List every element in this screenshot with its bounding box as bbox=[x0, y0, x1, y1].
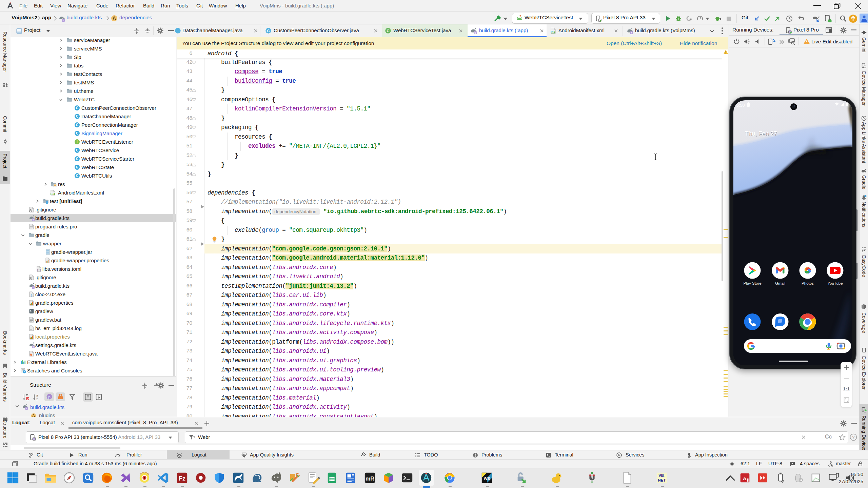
svg-text:WS: WS bbox=[484, 476, 490, 481]
svg-text:C: C bbox=[76, 148, 78, 152]
svg-text:C: C bbox=[387, 29, 390, 33]
svg-text:a: a bbox=[36, 394, 38, 397]
svg-text:MF: MF bbox=[551, 31, 555, 33]
svg-text:z: z bbox=[36, 398, 38, 401]
svg-text:C: C bbox=[76, 131, 78, 135]
svg-text:[T]: [T] bbox=[37, 269, 41, 271]
svg-text:C: C bbox=[76, 106, 78, 110]
svg-text:C: C bbox=[76, 157, 78, 161]
svg-text:C: C bbox=[76, 174, 78, 178]
svg-text:?: ? bbox=[31, 293, 33, 297]
svg-text:Gmail: Gmail bbox=[775, 281, 785, 285]
svg-text:5:50: 5:50 bbox=[736, 103, 745, 108]
svg-text:E: E bbox=[76, 165, 78, 169]
svg-text:C: C bbox=[267, 29, 270, 33]
svg-text:VB-: VB- bbox=[658, 473, 665, 477]
svg-text:Fz: Fz bbox=[179, 475, 185, 482]
svg-text:C: C bbox=[76, 115, 78, 118]
svg-text:YouTube: YouTube bbox=[827, 281, 843, 285]
svg-text:MF: MF bbox=[51, 192, 54, 195]
svg-text:a: a bbox=[743, 475, 746, 481]
svg-text:Thu, Feb 27: Thu, Feb 27 bbox=[745, 130, 777, 137]
svg-text:Photos: Photos bbox=[802, 281, 814, 285]
svg-text:I: I bbox=[77, 140, 78, 144]
svg-text:mR: mR bbox=[366, 475, 374, 482]
svg-text:NET: NET bbox=[658, 478, 666, 482]
svg-text:?: ? bbox=[852, 435, 855, 440]
svg-text:p: p bbox=[48, 395, 50, 399]
svg-text:Play Store: Play Store bbox=[743, 281, 761, 285]
svg-text:C: C bbox=[76, 123, 78, 127]
svg-text:J: J bbox=[30, 353, 32, 356]
